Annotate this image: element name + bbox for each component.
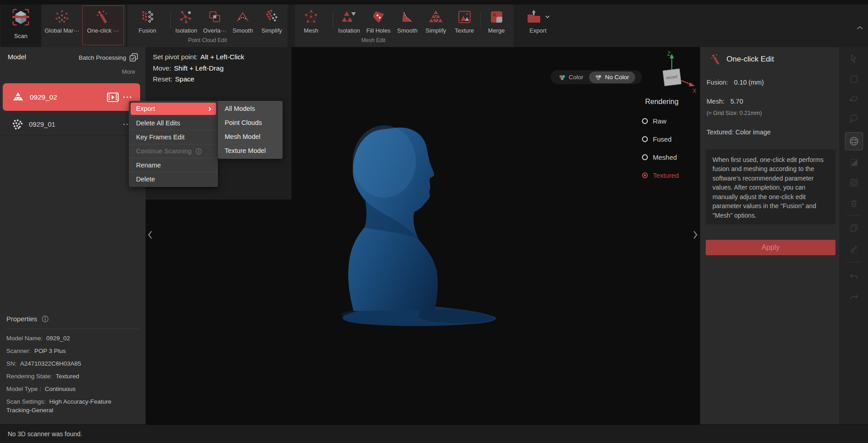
ribbon-collapse-button[interactable] [856,24,863,32]
rendering-option-raw[interactable]: Raw [642,112,679,130]
sphere-select-tool-icon[interactable] [845,132,863,150]
svg-text:Z: Z [667,51,670,57]
context-menu: Export Delete All Edits Key Frames Edit … [129,101,218,187]
item-more-menu-icon[interactable]: ··· [123,93,132,102]
radio-icon [642,154,648,160]
radio-icon [642,136,648,142]
batch-processing-icon [129,53,138,62]
radio-selected-icon [642,172,648,178]
menu-item-continue-scanning: Continue Scanning [129,144,218,158]
fusion-icon [140,7,155,26]
deselect-tool-icon[interactable] [846,175,862,191]
menu-item-delete[interactable]: Delete [129,172,218,186]
more-link[interactable]: More [122,68,135,75]
hint-set-pivot: Set pivot point:Alt + Left-Click [153,53,244,61]
property-row: Model Name:0929_02 [6,334,137,343]
rendering-option-meshed[interactable]: Meshed [642,148,679,166]
scan-label: Scan [1,33,41,39]
mesh-isolation-icon [341,7,357,26]
rect-select-tool-icon[interactable] [846,71,862,87]
collapse-left-panel-button[interactable] [147,230,153,241]
select-tool-icon[interactable] [846,50,862,67]
fusion-value-row: Fusion:0.10 (mm) [707,79,764,86]
rendering-option-fused[interactable]: Fused [642,130,679,148]
mesh-simplify-button[interactable]: Simplify [421,7,450,41]
mesh-isolation-button[interactable]: Isolation [335,7,363,41]
merge-button[interactable]: Merge [483,7,510,41]
model-list-item-0929_02[interactable]: 0929_02 ··· [3,83,140,111]
menu-item-key-frames-edit[interactable]: Key Frames Edit [129,130,218,144]
chevron-left-icon [147,230,153,239]
submenu-item-mesh-model[interactable]: Mesh Model [218,130,283,144]
hint-move: Move:Shift + Left-Drag [153,64,224,72]
list-divider [0,135,146,136]
color-toggle[interactable]: Color No Color [551,70,642,84]
properties-list: Model Name:0929_02 Scanner:POP 3 Plus SN… [6,334,137,419]
mesh-model-icon [12,92,24,103]
one-click-edit-description: When first used, one-click edit performs… [706,149,835,224]
batch-processing-button[interactable]: Batch Processing [79,53,138,62]
one-click-edit-button[interactable]: One-click ··· [83,7,123,41]
chevron-up-icon [856,26,863,30]
submenu-item-all-models[interactable]: All Models [218,102,283,116]
rendering-title: Rendering [645,98,679,106]
pc-simplify-button[interactable]: Simplify [257,7,287,41]
undo-icon[interactable] [846,268,862,284]
axis-gizmo[interactable]: Z FRONT X [651,49,698,94]
global-markers-icon [55,7,69,26]
model-name: 0929_02 [30,93,57,101]
key-frames-icon[interactable] [107,92,119,102]
fusion-button[interactable]: Fusion [129,7,165,41]
model-3d-bust[interactable] [316,120,511,333]
mesh-button[interactable]: Mesh [297,7,326,41]
color-option[interactable]: Color [559,74,583,81]
property-row: Model Type :Continuous [6,385,137,393]
point-cloud-icon [12,119,24,130]
radio-icon [642,118,648,124]
invert-selection-tool-icon[interactable] [846,154,862,171]
status-message: No 3D scanner was found. [8,425,82,443]
pc-smooth-button[interactable]: Smooth [229,7,257,41]
model-list-item-0929_01[interactable]: 0929_01 ··· [3,114,140,135]
submenu-item-point-clouds[interactable]: Point Clouds [218,116,283,130]
property-row: Scanner:POP 3 Plus [6,347,137,355]
info-icon[interactable] [42,315,49,323]
mesh-icon [304,7,318,26]
status-bar: No 3D scanner was found. [0,424,868,443]
property-row: Scan Settings:High Accuracy-Feature Trac… [6,397,137,414]
submenu-arrow-icon [208,106,212,112]
delete-selection-tool-icon[interactable] [846,195,862,211]
mesh-smooth-button[interactable]: Smooth [393,7,421,41]
export-button[interactable]: Export [520,7,556,41]
fill-holes-button[interactable]: Fill Holes [363,7,393,41]
one-click-edit-panel: One-click Edit Fusion:0.10 (mm) Mesh:5.7… [700,47,840,424]
pc-isolation-button[interactable]: Isolation [172,7,201,41]
redo-icon[interactable] [846,289,862,305]
menu-item-delete-all-edits[interactable]: Delete All Edits [129,116,218,130]
mesh-smooth-icon [400,7,415,26]
no-color-dots-icon [595,74,602,81]
scan-button[interactable]: Scan [1,5,41,47]
no-color-option[interactable]: No Color [589,71,635,83]
polygon-select-tool-icon[interactable] [846,91,862,107]
rendering-option-textured[interactable]: Textured [642,166,679,184]
overlap-detection-button[interactable]: Overla··· [202,7,228,41]
lasso-select-tool-icon[interactable] [846,110,862,127]
menu-item-export[interactable]: Export [131,103,216,115]
apply-button[interactable]: Apply [706,240,835,255]
mesh-value-row: Mesh:5.70 [707,98,743,105]
texture-button[interactable]: Texture [450,7,478,41]
brush-tool-icon[interactable] [846,240,862,257]
export-icon [526,7,550,26]
ribbon-toolbar: Scan Point Cloud Edit Mesh Edit Global M… [0,5,868,47]
submenu-item-texture-model[interactable]: Texture Model [218,144,283,158]
textured-row: Textured: Color image [707,129,771,136]
collapse-right-panel-button[interactable] [693,230,698,241]
property-row: Rendering State:Textured [6,372,137,381]
pc-isolation-icon [179,7,193,26]
menu-item-rename[interactable]: Rename [129,158,218,172]
chevron-right-icon [693,230,698,239]
duplicate-tool-icon[interactable] [846,219,862,236]
svg-text:X: X [693,88,696,94]
global-markers-button[interactable]: Global Mar··· [42,7,81,41]
